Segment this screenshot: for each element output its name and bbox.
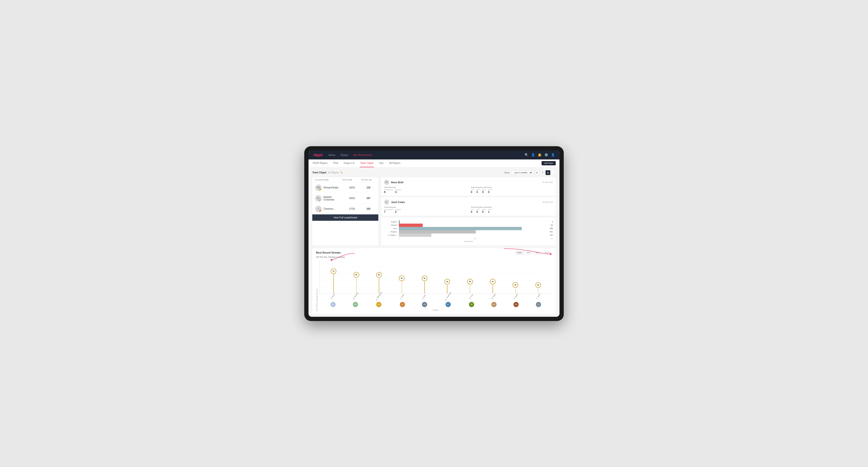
tab-team-clippd[interactable]: Team Clippd — [360, 159, 374, 167]
ott-filter-button[interactable]: OTT — [516, 251, 524, 254]
app-filter-button[interactable]: APP — [525, 251, 533, 254]
tab-tour[interactable]: Tour — [379, 159, 384, 167]
bell-icon[interactable]: 🔔 — [538, 153, 541, 157]
add-team-button[interactable]: Add Team — [541, 161, 556, 165]
bar-value: 131 — [550, 234, 553, 236]
arg-filter-button[interactable]: ARG — [533, 251, 542, 254]
streak-line — [447, 285, 447, 293]
settings-icon[interactable]: ⚙️ — [545, 153, 548, 157]
player-col: 5x — [422, 261, 427, 293]
view-full-leaderboard-button[interactable]: View Full Leaderboard — [312, 214, 378, 221]
bar-fill — [399, 227, 522, 230]
total-rounds-label: Total Rounds — [384, 206, 466, 208]
streak-bubble: 6x — [353, 272, 359, 278]
streak-bubble: 4x — [444, 279, 450, 284]
search-icon[interactable]: 🔍 — [525, 153, 528, 157]
bar-row-pars: Pars 499 — [384, 227, 553, 230]
player-name: Cameron... — [323, 208, 335, 210]
table-row[interactable]: RB 1 Richard Butler 19/20 110 — [312, 183, 378, 193]
nav-bar: clippd Home Teams My Performance 🔍 👤 🔔 ⚙… — [309, 151, 559, 159]
tabs-bar: PGAT Players PGA Hcaps 1-5 Team Clippd T… — [309, 159, 559, 167]
app-value: 0 — [476, 210, 480, 213]
bar-container — [399, 224, 548, 227]
streak-bubble: 5x — [399, 276, 404, 281]
team-title-row: Team Clippd 14 Players ✏️ — [312, 171, 343, 174]
person-icon[interactable]: 👤 — [531, 153, 535, 157]
table-view-btn[interactable]: ↕ — [551, 170, 556, 175]
edit-icon[interactable]: ✏️ — [340, 172, 343, 174]
table-row[interactable]: EC 2 Edward Crossman 18/20 107 — [312, 193, 378, 204]
pb-score: 17/20 — [342, 208, 361, 210]
pc-stats: Total Rounds Tournament 8 Practice — [384, 186, 553, 193]
tab-pga[interactable]: PGA — [333, 159, 338, 167]
putt-stat: PUTT 1 — [488, 209, 492, 213]
list-view-btn[interactable]: ☰ — [540, 170, 545, 175]
tab-all-players[interactable]: All Players — [389, 159, 401, 167]
practice-label: Practice — [395, 189, 401, 191]
player-info: C 3 Cameron... — [315, 206, 342, 212]
player-count: 14 Players — [328, 171, 339, 174]
practice-stat: Practice 4 — [395, 189, 401, 193]
player-bottom: B. McHerg BM — [351, 294, 360, 307]
card-view-btn[interactable]: ▤ — [546, 170, 550, 175]
bar-row-dbogeys: D. Bogeys + 131 — [384, 234, 553, 237]
pc-name-row: JC Josh Coles — [384, 199, 405, 205]
bar-row-eagles: Eagles 3 — [384, 220, 553, 224]
player-bottom: J. Coles JC — [398, 294, 407, 307]
lb-col-score: PB SCORE — [342, 179, 361, 181]
rounds-values: Tournament 7 Practice 2 — [384, 209, 466, 213]
arg-value: 0 — [482, 191, 486, 193]
app-label: APP — [476, 189, 480, 191]
bar-chart-card: Eagles 3 Birdies — [381, 217, 556, 245]
tab-hcaps[interactable]: Hcaps 1-5 — [343, 159, 355, 167]
putt-label: PUTT — [488, 189, 492, 191]
show-select[interactable]: Last 3 months — [512, 170, 533, 175]
streak-line — [516, 288, 516, 293]
streak-line — [424, 282, 425, 293]
pc-name: Rees Britt — [391, 181, 403, 184]
pc-stats: Total Rounds Tournament 7 Practice — [384, 206, 553, 213]
streak-bubble: 6x — [376, 272, 382, 278]
leaderboard-card: PLAYER NAME PB SCORE PB AVG SQ RB 1 Rich… — [312, 177, 378, 245]
app-label: APP — [476, 209, 480, 210]
nav-home[interactable]: Home — [328, 154, 336, 156]
tournament-label: Tournament — [384, 209, 393, 210]
main-content: Team Clippd 14 Players ✏️ Show Last 3 mo… — [309, 167, 559, 317]
bar-axis: 0 200 400 — [399, 237, 553, 239]
bar-label: Birdies — [384, 224, 397, 226]
player-col: 4x — [444, 261, 450, 293]
bar-container — [399, 227, 547, 230]
putt-value: 1 — [488, 210, 492, 213]
player-col: 5x — [399, 261, 404, 293]
team-name: Team Clippd — [312, 171, 326, 174]
practice-activities-group: Total Practice Activities OTT 0 APP — [471, 206, 553, 213]
axis-400: 400 — [550, 238, 553, 239]
player-cards: RB Rees Britt 02 Sep 2023 Total Rounds — [381, 177, 556, 216]
practice-values: OTT 0 APP 0 ARG — [471, 189, 553, 193]
grid-view-btn[interactable]: ⊞ — [535, 170, 539, 175]
putt-filter-button[interactable]: PUTT — [543, 251, 552, 254]
player-bottom: R. Britt RB — [420, 294, 429, 307]
nav-teams[interactable]: Teams — [340, 154, 349, 156]
pc-header: RB Rees Britt 02 Sep 2023 — [384, 180, 553, 185]
player-bottom: R. Butler RB — [512, 294, 521, 307]
ott-value: 0 — [471, 210, 474, 213]
tournament-value: 8 — [384, 191, 393, 193]
nav-my-performance[interactable]: My Performance — [353, 154, 373, 156]
chart-title: Total Shots — [384, 240, 553, 243]
pb-score: 18/20 — [342, 197, 361, 199]
avatar-icon[interactable]: 👤 — [551, 153, 555, 157]
pc-date: 26 Aug 2023 — [542, 201, 553, 203]
bar-value: 499 — [550, 227, 553, 229]
player-avatar-small: DB — [376, 302, 381, 307]
putt-value: 0 — [488, 191, 492, 193]
bar-container — [399, 220, 549, 224]
arg-label: ARG — [482, 189, 486, 191]
table-row[interactable]: C 3 Cameron... 17/20 103 — [312, 204, 378, 214]
pb-avg: 110 — [361, 186, 375, 189]
streaks-container: Best Round Streaks OTT APP ARG PUTT Off … — [312, 248, 556, 314]
player-info: RB 1 Richard Butler — [315, 184, 342, 191]
tab-pgat-players[interactable]: PGAT Players — [312, 159, 328, 167]
practice-value: 4 — [395, 191, 401, 193]
pc-header: JC Josh Coles 26 Aug 2023 — [384, 199, 553, 205]
